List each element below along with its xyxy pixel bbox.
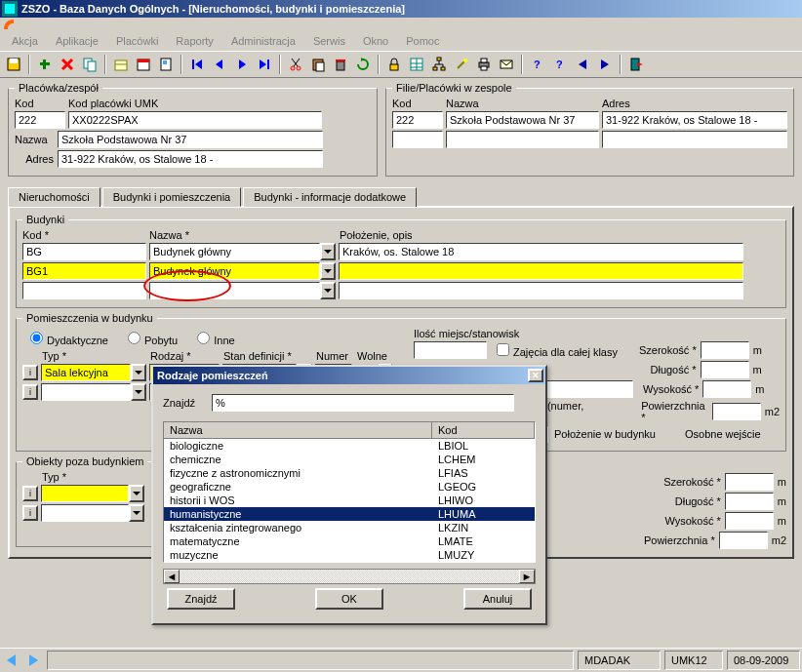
menu-serwis[interactable]: Serwis xyxy=(305,33,353,49)
lock-icon[interactable] xyxy=(384,55,404,74)
bud-nazwa-2[interactable] xyxy=(149,282,320,299)
scroll-right-icon[interactable]: ► xyxy=(519,570,535,583)
chevron-down-icon[interactable] xyxy=(129,485,144,502)
typ-field[interactable] xyxy=(41,364,131,381)
row-info-icon[interactable]: i xyxy=(22,505,38,521)
chevron-down-icon[interactable] xyxy=(131,383,146,401)
menu-administracja[interactable]: Administracja xyxy=(223,33,303,49)
delete-icon[interactable] xyxy=(58,55,77,74)
ledger-icon[interactable] xyxy=(111,55,131,74)
zajecia-checkbox[interactable]: Zajęcia dla całej klasy xyxy=(497,343,618,358)
prev-icon[interactable] xyxy=(210,55,229,74)
cut-icon[interactable] xyxy=(286,55,305,74)
dialog-titlebar[interactable]: Rodzaje pomieszczeń ✕ xyxy=(153,367,545,384)
bud-nazwa-1[interactable] xyxy=(149,262,320,280)
nav-fwd-icon[interactable] xyxy=(23,651,43,670)
ob-szer-field[interactable] xyxy=(725,473,774,491)
obiekty-typ-field-2[interactable] xyxy=(41,504,129,522)
help2-icon[interactable]: ? xyxy=(550,55,570,74)
bud-kod-0[interactable] xyxy=(22,243,146,260)
mail-icon[interactable] xyxy=(497,55,516,74)
chevron-down-icon[interactable] xyxy=(129,504,144,522)
bud-polozenie-0[interactable] xyxy=(339,243,743,260)
list-item[interactable]: geograficzneLGEOG xyxy=(164,480,535,494)
exit-icon[interactable] xyxy=(626,55,646,74)
list-item[interactable]: chemiczneLCHEM xyxy=(164,453,535,466)
szer-field[interactable] xyxy=(701,341,749,359)
list-item[interactable]: historii i WOSLHIWO xyxy=(164,494,535,507)
ob-wys-field[interactable] xyxy=(725,512,774,530)
tree-icon[interactable] xyxy=(429,55,449,74)
hscrollbar[interactable]: ◄ ► xyxy=(163,569,536,584)
dlug-field[interactable] xyxy=(701,361,749,378)
bud-polozenie-1[interactable] xyxy=(339,262,743,280)
tab-budynki[interactable]: Budynki i pomieszczenia xyxy=(102,187,241,207)
menu-akcja[interactable]: Akcja xyxy=(4,33,46,49)
filie-nazwa-1[interactable] xyxy=(446,131,599,148)
menu-raporty[interactable]: Raporty xyxy=(168,33,221,49)
row-info-icon[interactable]: i xyxy=(22,384,38,400)
rodzaje-listbox[interactable]: Nazwa Kod biologiczneLBIOLchemiczneLCHEM… xyxy=(163,421,536,563)
ok-button[interactable]: OK xyxy=(315,588,383,610)
filie-adres-0[interactable] xyxy=(602,111,787,129)
filie-nazwa-0[interactable] xyxy=(446,111,599,129)
filie-kod-0[interactable] xyxy=(392,111,443,129)
list-item[interactable]: kształcenia zintegrowanegoLKZIN xyxy=(164,521,535,534)
list-item[interactable]: biologiczneLBIOL xyxy=(164,439,535,453)
list-item[interactable]: muzyczneLMUZY xyxy=(164,548,535,562)
nazwa-field[interactable] xyxy=(58,131,323,148)
nav-back-icon[interactable] xyxy=(2,651,21,670)
help-icon[interactable]: ? xyxy=(528,55,547,74)
tab-budynki-dodatkowe[interactable]: Budynki - informacje dodatkowe xyxy=(243,187,417,207)
radio-pobytu[interactable]: Pobytu xyxy=(128,332,178,346)
copy-icon[interactable] xyxy=(80,55,100,74)
chevron-down-icon[interactable] xyxy=(320,243,336,260)
find-input[interactable] xyxy=(212,394,514,412)
paste-icon[interactable] xyxy=(308,55,328,74)
first-icon[interactable] xyxy=(187,55,207,74)
row-info-icon[interactable]: i xyxy=(22,486,38,501)
save-icon[interactable] xyxy=(4,55,23,74)
chevron-down-icon[interactable] xyxy=(320,262,336,280)
ilosc-field[interactable] xyxy=(414,341,487,359)
menu-aplikacje[interactable]: Aplikacje xyxy=(48,33,106,49)
doc-icon[interactable] xyxy=(156,55,176,74)
ob-pow-field[interactable] xyxy=(719,532,768,549)
calendar-icon[interactable] xyxy=(134,55,153,74)
bud-kod-1[interactable] xyxy=(22,262,146,280)
new-icon[interactable] xyxy=(35,55,55,74)
ob-dlug-field[interactable] xyxy=(725,493,774,510)
grid-icon[interactable] xyxy=(407,55,426,74)
menu-placowki[interactable]: Placówki xyxy=(108,33,166,49)
wand-icon[interactable] xyxy=(452,55,471,74)
next-icon[interactable] xyxy=(232,55,252,74)
kodumk-field[interactable] xyxy=(68,111,322,129)
row-info-icon[interactable]: i xyxy=(22,365,38,380)
list-item[interactable]: matematyczneLMATE xyxy=(164,534,535,548)
forward-icon[interactable] xyxy=(595,55,615,74)
close-icon[interactable]: ✕ xyxy=(528,369,543,382)
pow-field[interactable] xyxy=(712,403,761,420)
list-item[interactable]: humanistyczneLHUMA xyxy=(164,507,535,521)
radio-inne[interactable]: Inne xyxy=(197,332,234,346)
typ-field-2[interactable] xyxy=(41,383,131,401)
menu-pomoc[interactable]: Pomoc xyxy=(398,33,447,49)
bud-nazwa-0[interactable] xyxy=(149,243,320,260)
filie-adres-1[interactable] xyxy=(602,131,787,148)
chevron-down-icon[interactable] xyxy=(131,364,146,381)
wys-field[interactable] xyxy=(702,380,751,398)
list-item[interactable]: fizyczne z astronomicznymiLFIAS xyxy=(164,466,535,480)
print-icon[interactable] xyxy=(474,55,494,74)
menu-okno[interactable]: Okno xyxy=(355,33,396,49)
cancel-button[interactable]: Anuluj xyxy=(463,588,532,610)
scroll-track[interactable] xyxy=(180,570,519,583)
chevron-down-icon[interactable] xyxy=(320,282,336,299)
kod-field[interactable] xyxy=(15,111,65,129)
bud-kod-2[interactable] xyxy=(22,282,146,299)
tab-nieruchomosci[interactable]: Nieruchomości xyxy=(8,187,100,207)
find-button[interactable]: Znajdź xyxy=(167,588,235,610)
refresh-icon[interactable] xyxy=(353,55,373,74)
back-icon[interactable] xyxy=(573,55,592,74)
scroll-left-icon[interactable]: ◄ xyxy=(164,570,180,583)
list-item[interactable]: oddziałów kl "0"LOZER xyxy=(164,562,535,563)
